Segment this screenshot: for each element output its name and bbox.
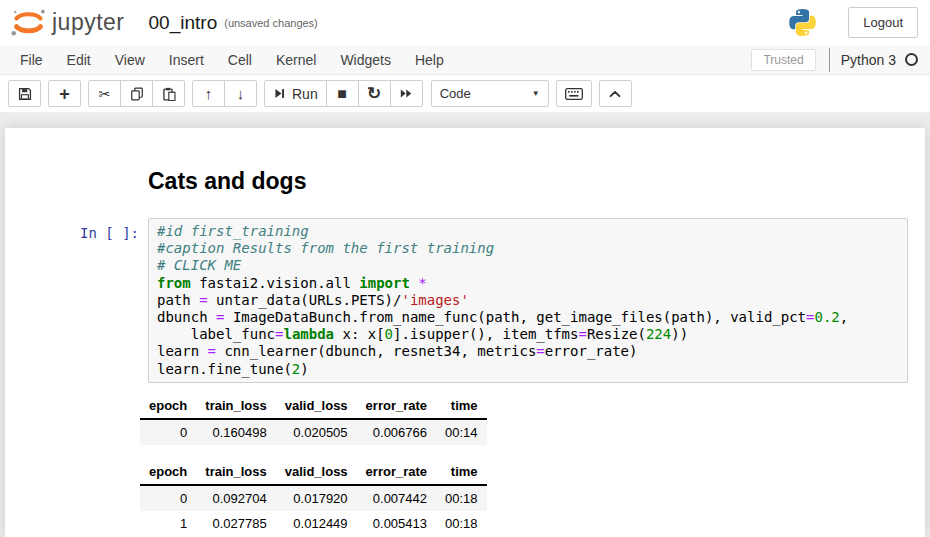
column-header-valid_loss: valid_loss: [276, 458, 357, 485]
menu-item-view[interactable]: View: [103, 48, 157, 72]
cell-epoch: 0: [140, 419, 196, 445]
cell-time: 00:18: [436, 485, 487, 511]
code-line: dbunch = ImageDataBunch.from_name_func(p…: [157, 309, 899, 326]
code-line: learn.fine_tune(2): [157, 361, 899, 378]
cell-valid_loss: 0.017920: [276, 485, 357, 511]
menu-item-widgets[interactable]: Widgets: [328, 48, 403, 72]
kernel-indicator: Python 3: [829, 48, 918, 72]
menu-item-kernel[interactable]: Kernel: [264, 48, 328, 72]
markdown-prompt: [5, 168, 148, 195]
cell-valid_loss: 0.012449: [276, 511, 357, 536]
trusted-badge[interactable]: Trusted: [751, 49, 815, 71]
run-label: Run: [292, 86, 318, 102]
code-line: learn = cnn_learner(dbunch, resnet34, me…: [157, 343, 899, 360]
menu-item-cell[interactable]: Cell: [216, 48, 264, 72]
logo-text: jupyter: [52, 9, 125, 36]
stop-button[interactable]: ■: [326, 80, 359, 107]
menu: FileEditViewInsertCellKernelWidgetsHelp: [8, 48, 456, 72]
cell-epoch: 1: [140, 511, 196, 536]
kernel-idle-icon: [905, 53, 918, 66]
code-line: path = untar_data(URLs.PETS)/'images': [157, 292, 899, 309]
menu-item-edit[interactable]: Edit: [55, 48, 103, 72]
table-row: 10.0277850.0124490.00541300:18: [140, 511, 487, 536]
fast-forward-icon: [399, 87, 413, 100]
cell-error_rate: 0.005413: [357, 511, 436, 536]
stop-icon: ■: [337, 86, 347, 102]
add-cell-button[interactable]: +: [48, 80, 81, 107]
table-row: 00.0927040.0179200.00744200:18: [140, 485, 487, 511]
markdown-cell[interactable]: Cats and dogs: [5, 168, 925, 195]
move-cell-up-button[interactable]: ↑: [192, 80, 225, 107]
cell-train_loss: 0.160498: [196, 419, 275, 445]
output-area: epochtrain_lossvalid_losserror_ratetime0…: [5, 392, 925, 537]
restart-run-all-button[interactable]: [390, 80, 423, 107]
training-results-table: epochtrain_lossvalid_losserror_ratetime0…: [140, 458, 487, 536]
training-results-table: epochtrain_lossvalid_losserror_ratetime0…: [140, 392, 487, 445]
arrow-down-icon: ↓: [237, 86, 245, 101]
output-tables: epochtrain_lossvalid_losserror_ratetime0…: [148, 392, 908, 537]
cell-error_rate: 0.006766: [357, 419, 436, 445]
code-editor[interactable]: #id first_training#caption Results from …: [148, 218, 908, 383]
toolbar: + ✂ ↑: [0, 75, 930, 112]
column-header-time: time: [436, 392, 487, 419]
paste-cell-button[interactable]: [152, 80, 185, 107]
column-header-error_rate: error_rate: [357, 392, 436, 419]
column-header-valid_loss: valid_loss: [276, 392, 357, 419]
scroll-to-top-button[interactable]: [599, 80, 632, 107]
column-header-time: time: [436, 458, 487, 485]
input-prompt: In [ ]:: [5, 218, 148, 383]
keyboard-icon: [565, 88, 583, 100]
chevron-up-icon: [608, 87, 622, 101]
cell-epoch: 0: [140, 485, 196, 511]
column-header-train_loss: train_loss: [196, 458, 275, 485]
column-header-error_rate: error_rate: [357, 458, 436, 485]
table-row: 00.1604980.0205050.00676600:14: [140, 419, 487, 445]
step-forward-icon: [273, 87, 286, 100]
column-header-epoch: epoch: [140, 458, 196, 485]
command-palette-button[interactable]: [556, 80, 592, 107]
cell-type-select[interactable]: Code ▼: [431, 80, 549, 107]
save-icon: [18, 87, 32, 101]
menu-item-insert[interactable]: Insert: [157, 48, 216, 72]
copy-icon: [130, 87, 144, 101]
menu-item-help[interactable]: Help: [403, 48, 456, 72]
cell-train_loss: 0.092704: [196, 485, 275, 511]
code-line: #caption Results from the first training: [157, 240, 899, 257]
scissors-icon: ✂: [99, 87, 111, 101]
notebook-title[interactable]: 00_intro: [149, 12, 218, 34]
code-line: # CLICK ME: [157, 257, 899, 274]
copy-cell-button[interactable]: [120, 80, 153, 107]
python-logo: [787, 7, 818, 38]
menubar: FileEditViewInsertCellKernelWidgetsHelp …: [0, 45, 930, 75]
cell-train_loss: 0.027785: [196, 511, 275, 536]
header: jupyter 00_intro (unsaved changes) Logou…: [0, 0, 930, 45]
jupyter-logo[interactable]: jupyter: [10, 7, 125, 38]
cell-error_rate: 0.007442: [357, 485, 436, 511]
cell-valid_loss: 0.020505: [276, 419, 357, 445]
code-line: label_func=lambda x: x[0].isupper(), ite…: [157, 326, 899, 343]
paste-icon: [162, 87, 176, 101]
code-lines: #id first_training#caption Results from …: [153, 222, 903, 379]
logout-button[interactable]: Logout: [848, 7, 918, 38]
jupyter-logo-icon: [10, 7, 47, 38]
cell-time: 00:18: [436, 511, 487, 536]
code-line: from fastai2.vision.all import *: [157, 275, 899, 292]
kernel-name: Python 3: [841, 52, 896, 68]
run-button[interactable]: Run: [264, 80, 327, 107]
column-header-epoch: epoch: [140, 392, 196, 419]
heading: Cats and dogs: [148, 168, 908, 195]
plus-icon: +: [59, 85, 70, 103]
output-prompt: [5, 392, 148, 537]
code-cell[interactable]: In [ ]: #id first_training#caption Resul…: [5, 218, 925, 383]
menu-item-file[interactable]: File: [8, 48, 55, 72]
restart-icon: ↻: [367, 85, 381, 102]
cut-cell-button[interactable]: ✂: [88, 80, 121, 107]
column-header-train_loss: train_loss: [196, 392, 275, 419]
restart-kernel-button[interactable]: ↻: [358, 80, 391, 107]
jupyter-app: jupyter 00_intro (unsaved changes) Logou…: [0, 0, 930, 537]
arrow-up-icon: ↑: [205, 86, 213, 101]
move-cell-down-button[interactable]: ↓: [224, 80, 257, 107]
notebook-page: Cats and dogs In [ ]: #id first_training…: [5, 128, 925, 537]
save-button[interactable]: [8, 80, 41, 107]
code-line: #id first_training: [157, 223, 899, 240]
